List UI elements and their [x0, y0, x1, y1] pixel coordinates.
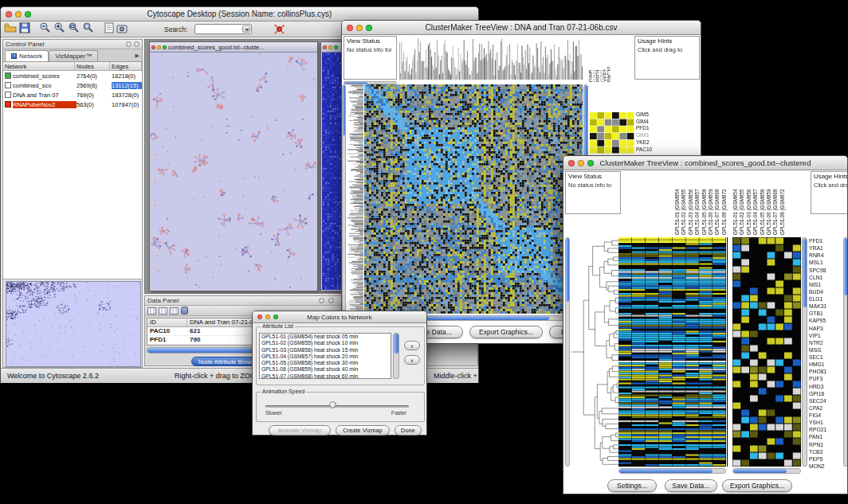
gene-dendrogram-canvas[interactable] [347, 84, 363, 314]
attribute-batch-icon[interactable] [181, 307, 188, 315]
gene-label[interactable]: YSH1 [809, 419, 842, 426]
move-down-button[interactable]: ∨ [404, 355, 420, 365]
network-graph-canvas[interactable] [151, 53, 316, 290]
save-data-button[interactable]: Save Data... [665, 479, 717, 492]
array-dendrogram-canvas[interactable] [399, 36, 583, 80]
scrollbar-thumb[interactable] [566, 238, 569, 302]
minimize-button[interactable] [265, 315, 270, 319]
close-button[interactable] [347, 25, 353, 31]
zoom-button[interactable] [25, 11, 31, 18]
vertical-scrollbar[interactable] [393, 333, 399, 379]
gene-label[interactable]: MSI1 [809, 346, 842, 354]
speed-slider-thumb[interactable] [329, 401, 336, 408]
scrollbar-thumb[interactable] [844, 238, 847, 295]
search-input[interactable] [194, 24, 252, 34]
close-panel-icon[interactable] [328, 298, 334, 303]
gene-label[interactable]: MAK31 [809, 303, 842, 310]
gene-label[interactable]: MON2 [809, 463, 842, 470]
secondary-heatmap-canvas[interactable] [732, 237, 801, 467]
treeview1-titlebar[interactable]: ClusterMaker TreeView : DNA and Tran 07-… [342, 21, 701, 35]
select-attributes-icon[interactable] [147, 307, 156, 315]
network-row[interactable]: RNAPuberNov2 563(0) 107847(0) [3, 100, 142, 109]
network-row[interactable]: DNA and Tran 07 769(0) 183728(0) [3, 90, 142, 100]
zoom-fit-icon[interactable] [68, 21, 80, 37]
tab-network[interactable]: Network [5, 50, 49, 61]
gene-label[interactable]: RPO21 [809, 426, 842, 433]
zoom-in-icon[interactable] [53, 21, 65, 37]
attribute-item[interactable]: GPL51-03 (GSM856) heat shock 15 min [261, 347, 391, 354]
gene-label[interactable]: YRA1 [809, 244, 842, 252]
create-vizmap-button[interactable]: Create Vizmap [336, 425, 390, 436]
gene-label[interactable]: CLN1 [809, 274, 842, 281]
gene-label[interactable]: FIG4 [809, 412, 842, 419]
minimize-button[interactable] [356, 25, 363, 31]
gene-label[interactable]: HAP3 [809, 325, 842, 332]
gene-label[interactable]: PUF3 [809, 375, 842, 382]
minimize-button[interactable] [157, 45, 161, 49]
settings-button[interactable]: Settings... [607, 479, 657, 492]
scrollbar-thumb[interactable] [619, 469, 713, 473]
scrollbar-thumb[interactable] [343, 85, 345, 135]
float-panel-icon[interactable] [126, 41, 132, 47]
annotation-icon[interactable] [104, 22, 114, 37]
network-overview-thumbnail[interactable] [6, 281, 141, 367]
gene-label[interactable]: TCB3 [809, 448, 842, 455]
snapshot-icon[interactable] [116, 22, 128, 37]
gene-label[interactable]: MSL1 [809, 259, 842, 266]
scrollbar-thumb[interactable] [344, 82, 367, 84]
save-icon[interactable] [19, 22, 30, 37]
network-view-titlebar[interactable]: combined_scores_good.txt--cluste... [150, 42, 317, 53]
attribute-item[interactable]: GPL51-01 (GSM854) heat shock 05 min [261, 334, 391, 340]
gene-label[interactable]: HMG1 [809, 361, 842, 368]
network-row[interactable]: combined_scores 2764(0) 16218(0) [3, 71, 142, 80]
float-panel-icon[interactable] [319, 298, 324, 303]
treeview2-titlebar[interactable]: ClusterMaker TreeView : combined_scores_… [563, 156, 847, 170]
gene-label[interactable]: PAN1 [809, 433, 842, 440]
gene-label[interactable]: ELG1 [809, 295, 842, 303]
tab-overflow-icon[interactable]: ▶ [135, 53, 139, 59]
gene-label[interactable]: VIP1 [809, 332, 842, 339]
open-folder-icon[interactable] [4, 22, 17, 37]
zoom-button[interactable] [366, 25, 372, 31]
vertical-scrollbar[interactable] [802, 237, 807, 467]
delete-attribute-icon[interactable] [170, 307, 179, 315]
scrollbar-thumb[interactable] [394, 334, 398, 354]
attribute-item[interactable]: GPL51-05 (GSM858) heat shock 30 min [261, 360, 391, 366]
vertical-scrollbar[interactable] [843, 237, 847, 467]
attribute-item[interactable]: GPL51-04 (GSM857) heat shock 20 min [261, 354, 391, 360]
network-row[interactable]: combined_sco 2569(6) 13112(15) [3, 80, 142, 90]
create-attribute-icon[interactable] [159, 307, 167, 315]
speed-slider-track[interactable] [265, 405, 409, 408]
move-up-button[interactable]: ∧ [404, 341, 420, 350]
minimize-button[interactable] [328, 45, 332, 49]
gene-label[interactable]: SEC1 [809, 354, 842, 361]
gene-label[interactable]: BUD4 [809, 288, 842, 295]
gene-label[interactable]: NIS1 [809, 281, 842, 288]
zoom-button[interactable] [163, 45, 167, 49]
zoom-selected-icon[interactable] [82, 21, 94, 37]
close-button[interactable] [257, 315, 262, 319]
export-graphics-button[interactable]: Export Graphics... [469, 326, 543, 338]
combo-caret-icon[interactable] [242, 25, 250, 33]
close-button[interactable] [6, 11, 12, 18]
attribute-list[interactable]: GPL51-01 (GSM854) heat shock 05 minGPL51… [259, 333, 391, 379]
gene-label[interactable]: GPI16 [809, 390, 842, 397]
gene-label[interactable]: RNR4 [809, 252, 842, 259]
gene-label[interactable]: SPC98 [809, 267, 842, 274]
scrollbar-thumb[interactable] [733, 469, 787, 473]
close-button[interactable] [151, 45, 155, 49]
network-view-window[interactable]: combined_scores_good.txt--cluste... [149, 41, 318, 291]
horizontal-scrollbar[interactable] [732, 468, 801, 474]
panel-splitter[interactable] [727, 237, 728, 467]
close-button[interactable] [323, 45, 327, 49]
close-panel-icon[interactable] [134, 41, 139, 47]
network-red-icon[interactable] [273, 23, 285, 38]
scrollbar-thumb[interactable] [803, 239, 807, 307]
gene-label[interactable]: SEC24 [809, 397, 842, 404]
heatmap-canvas[interactable] [364, 84, 583, 314]
expression-heatmap-canvas[interactable] [618, 237, 726, 467]
gene-label[interactable]: HRD3 [809, 383, 842, 390]
zoom-button[interactable] [273, 315, 278, 319]
zoom-button[interactable] [587, 160, 594, 166]
tab-vizmapper[interactable]: VizMapper™ [49, 50, 98, 61]
